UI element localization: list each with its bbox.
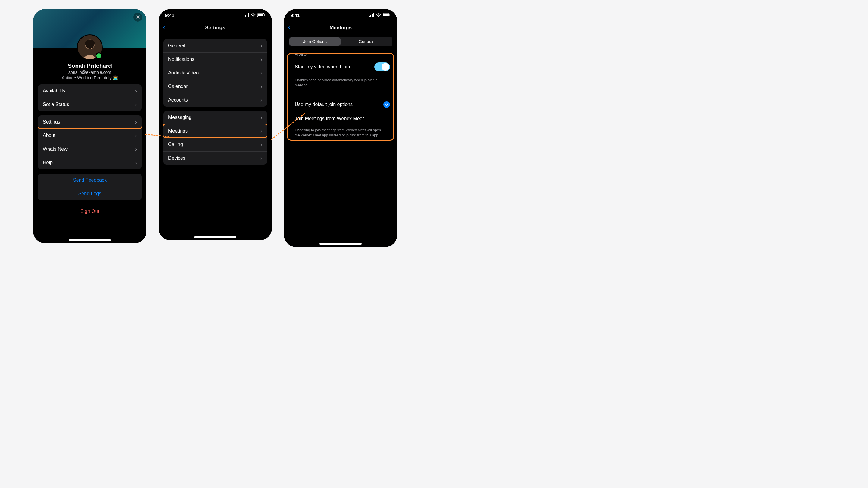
svg-rect-14 [383, 14, 389, 16]
help-item[interactable]: Help › [38, 156, 142, 169]
svg-rect-4 [247, 14, 247, 17]
list-item-label: Accounts [168, 97, 188, 103]
wifi-icon [376, 13, 381, 17]
profile-group-feedback: Send Feedback Send Logs [38, 173, 142, 200]
option-label: Use my default join options [295, 102, 352, 107]
status-bar: 9:41 [158, 9, 272, 21]
chevron-right-icon: › [260, 128, 262, 134]
list-item-label: Devices [168, 156, 185, 161]
home-indicator [69, 239, 111, 241]
option-label: Join Meetings from Webex Meet [295, 116, 364, 121]
nav-title: Settings [205, 25, 225, 31]
close-icon[interactable]: ✕ [133, 13, 142, 22]
svg-rect-5 [248, 13, 249, 17]
signal-icon [369, 13, 374, 17]
home-indicator [319, 243, 362, 245]
calendar-item[interactable]: Calendar› [163, 79, 267, 93]
nav-title: Meetings [330, 25, 352, 31]
avatar-wrap [77, 34, 103, 60]
audio-video-item[interactable]: Audio & Video› [163, 66, 267, 79]
profile-screen: ✕ Sonali Pritchard sonalip@example.com A… [33, 9, 147, 243]
settings-screen: 9:41 ‹ Settings General› Notifications› … [158, 9, 272, 240]
settings-group-main: General› Notifications› Audio & Video› C… [163, 39, 267, 107]
whats-new-item[interactable]: Whats New › [38, 142, 142, 156]
user-email: sonalip@example.com [38, 70, 141, 75]
svg-rect-15 [390, 14, 390, 16]
start-video-toggle[interactable] [374, 62, 390, 71]
availability-item[interactable]: Availability › [38, 84, 142, 98]
svg-rect-2 [244, 16, 244, 17]
set-status-item[interactable]: Set a Status › [38, 98, 142, 111]
tab-join-options[interactable]: Join Options [289, 37, 341, 46]
battery-icon [257, 13, 265, 17]
sign-out-button[interactable]: Sign Out [33, 206, 147, 217]
chevron-right-icon: › [135, 160, 137, 165]
send-feedback-item[interactable]: Send Feedback [38, 173, 142, 187]
presence-dot-icon [96, 53, 102, 59]
meetings-item[interactable]: Meetings› [163, 124, 267, 138]
tab-general[interactable]: General [341, 37, 392, 46]
about-item[interactable]: About › [38, 129, 142, 142]
segmented-control: Join Options General [289, 37, 393, 46]
chevron-right-icon: › [260, 43, 262, 48]
svg-rect-3 [245, 15, 246, 17]
send-logs-item[interactable]: Send Logs [38, 187, 142, 200]
list-item-label: Meetings [168, 128, 188, 134]
user-status: Active • Working Remotely 🧑‍💻 [38, 75, 141, 80]
status-icons [244, 13, 265, 17]
profile-group-status: Availability › Set a Status › [38, 84, 142, 111]
calling-item[interactable]: Calling› [163, 138, 267, 151]
devices-item[interactable]: Devices› [163, 151, 267, 165]
list-item-label: About [43, 133, 56, 138]
signal-icon [244, 13, 249, 17]
meetings-screen: 9:41 ‹ Meetings Join Options General Vid… [284, 9, 397, 247]
chevron-right-icon: › [260, 115, 262, 120]
home-indicator [194, 236, 236, 238]
start-video-desc: Enables sending video automatically when… [295, 78, 386, 88]
section-header-video: Video [295, 53, 390, 57]
list-item-label: General [168, 43, 185, 48]
chevron-right-icon: › [260, 70, 262, 76]
messaging-item[interactable]: Messaging› [163, 111, 267, 124]
status-bar: 9:41 [284, 9, 397, 21]
list-item-label: Calling [168, 142, 183, 147]
chevron-right-icon: › [135, 102, 137, 107]
list-item-label: Calendar [168, 84, 188, 89]
svg-rect-7 [258, 14, 264, 16]
nav-header: ‹ Meetings [284, 21, 397, 34]
svg-rect-12 [373, 13, 374, 17]
user-name: Sonali Pritchard [38, 63, 141, 69]
profile-group-settings: Settings › About › Whats New › Help › [38, 116, 142, 169]
back-icon[interactable]: ‹ [163, 24, 165, 31]
status-time: 9:41 [290, 13, 300, 18]
check-icon [383, 101, 390, 108]
accounts-item[interactable]: Accounts› [163, 93, 267, 107]
settings-item[interactable]: Settings › [38, 116, 142, 129]
list-item-label: Whats New [43, 147, 67, 152]
svg-rect-9 [369, 16, 370, 17]
battery-icon [383, 13, 391, 17]
status-time: 9:41 [165, 13, 174, 18]
svg-rect-8 [264, 14, 265, 16]
chevron-right-icon: › [135, 147, 137, 152]
status-icons [369, 13, 391, 17]
chevron-right-icon: › [260, 84, 262, 89]
list-item-label: Settings [43, 119, 60, 125]
list-item-label: Help [43, 160, 53, 165]
chevron-right-icon: › [260, 156, 262, 161]
back-icon[interactable]: ‹ [288, 24, 290, 31]
list-item-label: Messaging [168, 115, 191, 120]
notifications-item[interactable]: Notifications› [163, 53, 267, 66]
default-join-option-row[interactable]: Use my default join options [286, 97, 395, 112]
chevron-right-icon: › [135, 133, 137, 138]
list-item-label: Availability [43, 88, 65, 94]
general-item[interactable]: General› [163, 39, 267, 53]
svg-rect-10 [370, 15, 371, 17]
list-item-label: Send Feedback [73, 177, 107, 183]
settings-group-features: Messaging› Meetings› Calling› Devices› [163, 111, 267, 165]
wifi-icon [251, 13, 255, 17]
chevron-right-icon: › [260, 142, 262, 147]
list-item-label: Send Logs [79, 191, 101, 196]
list-item-label: Set a Status [43, 102, 69, 107]
start-video-toggle-row: Start my video when I join [286, 59, 395, 75]
